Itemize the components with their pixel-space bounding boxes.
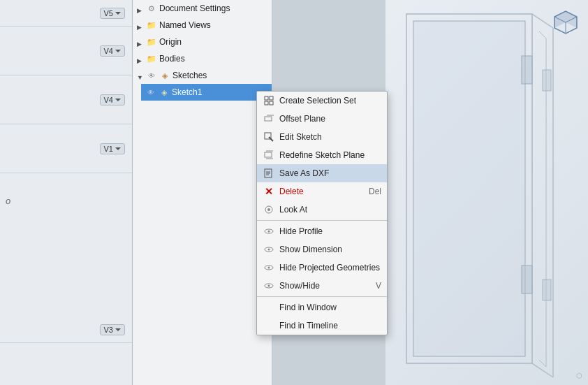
- delete-label: Delete: [279, 187, 304, 196]
- menu-item-save-as-dxf[interactable]: Save As DXF: [257, 164, 387, 182]
- separator1: [257, 220, 387, 221]
- look-at-icon: [263, 203, 275, 216]
- v1-text: V1: [104, 145, 113, 153]
- gear-icon: ⚙: [146, 3, 157, 14]
- svg-point-22: [268, 267, 270, 269]
- tree-item-named-views[interactable]: 📁 Named Views: [133, 17, 272, 34]
- tree-label-document-settings: Document Settings: [159, 3, 230, 13]
- left-panel-item-v1: V1: [0, 124, 132, 173]
- tree-label-sketches: Sketches: [172, 71, 207, 80]
- eye-icon-sketches: 👁: [146, 70, 157, 81]
- tree-arrow-document-settings: [137, 5, 144, 12]
- save-as-dxf-icon: [263, 167, 275, 180]
- hide-projected-geometries-icon: [263, 261, 275, 274]
- selection-set-icon: [263, 94, 275, 107]
- menu-item-show-hide[interactable]: Show/Hide V: [257, 277, 387, 295]
- o-label: o: [0, 196, 132, 206]
- tree-arrow-bodies: [137, 55, 144, 62]
- svg-rect-35: [543, 70, 551, 91]
- look-at-label: Look At: [279, 205, 307, 215]
- left-panel-item-v4b: V4: [0, 75, 132, 124]
- svg-rect-33: [522, 56, 532, 84]
- svg-rect-2: [265, 101, 268, 105]
- menu-item-create-selection-set[interactable]: Create Selection Set: [257, 92, 387, 110]
- tree-label-named-views: Named Views: [159, 20, 211, 30]
- edit-sketch-icon: [263, 131, 275, 143]
- left-panel-item-v4a: V4: [0, 27, 132, 75]
- tree-label-sketch1: Sketch1: [172, 87, 202, 97]
- show-hide-icon: [263, 279, 275, 292]
- left-panel: V5 V4 V4 V1 o V3: [0, 0, 133, 385]
- sketch1-icon: ◈: [159, 87, 170, 98]
- tree-item-bodies[interactable]: 📁 Bodies: [133, 50, 272, 67]
- v1-label[interactable]: V1: [100, 143, 125, 154]
- show-dimension-label: Show Dimension: [279, 245, 342, 254]
- menu-item-hide-projected-geometries[interactable]: Hide Projected Geometries: [257, 259, 387, 277]
- tree-item-origin[interactable]: 📁 Origin: [133, 34, 272, 50]
- menu-item-find-in-timeline[interactable]: Find in Timeline: [257, 317, 387, 335]
- v4b-label[interactable]: V4: [100, 94, 125, 106]
- context-menu: Create Selection Set Offset Plane Edit S…: [256, 91, 388, 335]
- show-dimension-icon: [263, 243, 275, 256]
- v1-chevron: [115, 147, 121, 150]
- tree-arrow-sketches: [137, 72, 144, 79]
- delete-icon: ✕: [263, 185, 275, 198]
- find-in-window-icon: [263, 301, 275, 314]
- svg-point-20: [268, 249, 270, 251]
- tree-arrow-named-views: [137, 22, 144, 29]
- viewport: ⬡: [385, 0, 588, 385]
- v3-chevron: [115, 328, 121, 331]
- v4a-chevron: [115, 50, 121, 52]
- menu-item-hide-profile[interactable]: Hide Profile: [257, 222, 387, 240]
- edit-sketch-label: Edit Sketch: [279, 132, 322, 142]
- menu-item-show-dimension[interactable]: Show Dimension: [257, 240, 387, 259]
- cube-svg: [549, 6, 582, 39]
- folder-icon-named-views: 📁: [146, 20, 157, 31]
- viewport-watermark: ⬡: [576, 372, 582, 379]
- v5-label[interactable]: V5: [100, 8, 125, 19]
- menu-item-find-in-window[interactable]: Find in Window: [257, 298, 387, 317]
- menu-item-look-at[interactable]: Look At: [257, 201, 387, 219]
- menu-item-redefine-sketch-plane[interactable]: Redefine Sketch Plane: [257, 146, 387, 164]
- tree-item-sketches[interactable]: 👁 ◈ Sketches: [133, 67, 272, 84]
- menu-item-edit-sketch[interactable]: Edit Sketch: [257, 128, 387, 146]
- redefine-sketch-plane-label: Redefine Sketch Plane: [279, 150, 365, 160]
- tree-panel: ⚙ Document Settings 📁 Named Views 📁 Orig…: [133, 0, 272, 385]
- svg-line-28: [532, 363, 553, 377]
- left-panel-item-v5: V5: [0, 0, 132, 27]
- eye-icon-sketch1: 👁: [145, 87, 156, 98]
- menu-item-delete[interactable]: ✕ Delete Del: [257, 182, 387, 201]
- svg-line-30: [539, 31, 546, 38]
- find-in-timeline-label: Find in Timeline: [279, 321, 338, 330]
- show-hide-shortcut: V: [376, 281, 381, 291]
- delete-shortcut: Del: [369, 187, 381, 196]
- svg-rect-0: [265, 96, 268, 100]
- svg-line-31: [539, 360, 546, 367]
- v4a-label[interactable]: V4: [100, 45, 125, 57]
- tree-arrow-origin: [137, 38, 144, 45]
- svg-rect-4: [265, 117, 272, 121]
- svg-point-18: [268, 231, 270, 233]
- folder-icon-bodies: 📁: [146, 53, 157, 64]
- v4a-text: V4: [104, 47, 113, 55]
- save-as-dxf-label: Save As DXF: [279, 168, 329, 178]
- create-selection-set-label: Create Selection Set: [279, 96, 356, 106]
- tree-item-document-settings[interactable]: ⚙ Document Settings: [133, 0, 272, 17]
- sketch-icon-sketches: ◈: [159, 70, 170, 81]
- menu-item-offset-plane[interactable]: Offset Plane: [257, 110, 387, 128]
- svg-point-16: [267, 208, 270, 211]
- redefine-sketch-plane-icon: [263, 149, 275, 161]
- folder-icon-origin: 📁: [146, 36, 157, 48]
- viewport-svg: [385, 0, 588, 385]
- svg-rect-34: [522, 266, 532, 293]
- cube-indicator: [549, 6, 582, 41]
- tree-item-sketch1[interactable]: 👁 ◈ Sketch1: [141, 84, 272, 101]
- v5-chevron: [115, 12, 121, 15]
- svg-rect-26: [413, 21, 525, 356]
- hide-profile-icon: [263, 225, 275, 238]
- v3-label[interactable]: V3: [100, 324, 125, 335]
- offset-plane-icon: [263, 112, 275, 125]
- svg-rect-3: [270, 101, 273, 105]
- svg-rect-8: [265, 152, 272, 157]
- offset-plane-label: Offset Plane: [279, 114, 325, 124]
